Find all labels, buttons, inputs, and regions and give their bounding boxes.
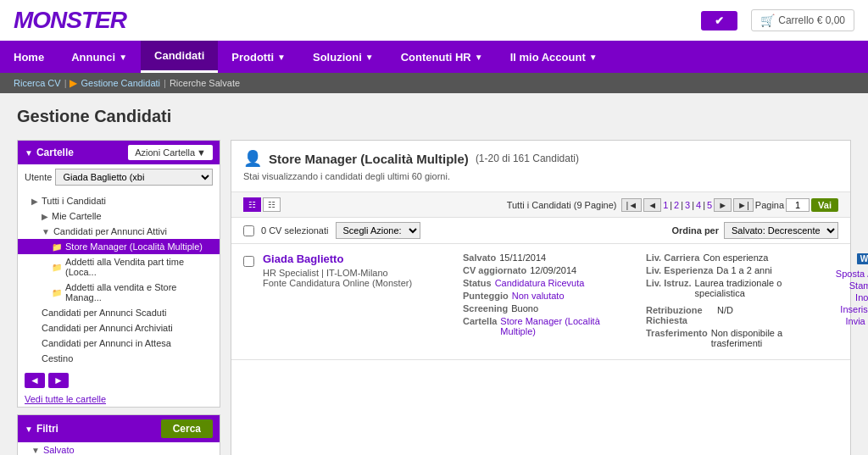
stampa-cv-link[interactable]: Stampa CV xyxy=(812,280,868,291)
candidates-icon: 👤 xyxy=(243,149,262,168)
pag-2-link[interactable]: 2 xyxy=(674,200,679,210)
filtro-salvato[interactable]: ▼ Salvato xyxy=(18,442,220,455)
content-subtitle: Stai visualizzando i candidati degli ult… xyxy=(243,171,838,181)
monster-logo: Monster xyxy=(14,7,126,34)
tutti-expand-icon: ▶ xyxy=(31,197,38,206)
list-view-icon[interactable]: ☷ xyxy=(243,197,261,212)
status-value: Candidatura Ricevuta xyxy=(495,278,585,288)
tree-store-manager[interactable]: 📁 Store Manager (Località Multiple) xyxy=(18,239,220,254)
utente-select[interactable]: Giada Baglietto (xbi xyxy=(55,169,213,186)
prodotti-arrow-icon: ▼ xyxy=(277,53,286,62)
grid-view-icon[interactable]: ☷ xyxy=(263,197,281,212)
salvato-row: Salvato 15/11/2014 xyxy=(463,252,632,263)
card-left: Giada Baglietto HR Specialist | IT-LOM-M… xyxy=(263,252,449,351)
tree-prev-button[interactable]: ◄ xyxy=(25,373,45,388)
screening-label: Screening xyxy=(463,303,508,314)
tree-next-button[interactable]: ► xyxy=(48,373,69,388)
toolbar-right: Tutti i Candidati (9 Pagine) |◄ ◄ 1 | 2 … xyxy=(507,198,838,212)
tree-label: Candidati per Annunci Archiviati xyxy=(42,323,173,333)
tree-addetti-parttime[interactable]: 📁 Addetti alla Vendita part time (Loca..… xyxy=(18,254,220,280)
blocca-link[interactable]: Blocca xyxy=(812,328,868,338)
mie-expand-icon: ▶ xyxy=(42,212,48,221)
nav-contenuti-hr[interactable]: Contenuti HR ▼ xyxy=(387,42,497,72)
liv-carriera-row: Liv. Carriera Con esperienza xyxy=(646,252,798,263)
tree-label: Cestino xyxy=(42,353,73,363)
ordina-per-label: Ordina per xyxy=(671,225,719,236)
azioni-arrow-icon: ▼ xyxy=(197,147,206,158)
content-panel: 👤 Store Manager (Località Multiple) (1-2… xyxy=(231,140,851,455)
liv-istruz-row: Liv. Istruz. Laurea tradizionale o speci… xyxy=(646,278,798,298)
utente-label: Utente xyxy=(25,172,52,182)
candidate-name-link[interactable]: Giada Baglietto xyxy=(263,252,343,265)
pagina-label: Pagina xyxy=(755,200,784,210)
cartelle-header: ▼ Cartelle Azioni Cartella ▼ xyxy=(18,141,220,164)
punteggio-link[interactable]: Non valutato xyxy=(512,291,565,301)
pag-last-button[interactable]: ►| xyxy=(733,198,754,212)
bc-gestione-candidati[interactable]: Gestione Candidati xyxy=(81,78,160,88)
nav-annunci[interactable]: Annunci ▼ xyxy=(58,42,141,72)
status-row: Status Candidatura Ricevuta xyxy=(463,278,632,288)
tree-annunci-attivi[interactable]: ▼ Candidati per Annunci Attivi xyxy=(18,224,220,239)
page-input[interactable] xyxy=(786,198,810,212)
card-actions: W Word Sposta / Copia Stampa CV Inoltra … xyxy=(812,252,868,351)
tree-annunci-attesa[interactable]: Candidati per Annunci in Attesa xyxy=(18,336,220,351)
tree-tutti-candidati[interactable]: ▶ Tutti i Candidati xyxy=(18,193,220,208)
annunci-arrow-icon: ▼ xyxy=(119,53,127,62)
tree-cestino[interactable]: Cestino xyxy=(18,351,220,366)
breadcrumb: Ricerca CV | ▶ Gestione Candidati | Rice… xyxy=(0,73,868,93)
nav-home[interactable]: Home xyxy=(0,42,58,72)
candidate-checkbox[interactable] xyxy=(243,256,254,267)
pag-prev-button[interactable]: ◄ xyxy=(643,198,661,212)
punteggio-label: Punteggio xyxy=(463,291,509,301)
content-header: 👤 Store Manager (Località Multiple) (1-2… xyxy=(231,141,850,192)
cerca-button[interactable]: Cerca xyxy=(161,419,213,438)
bc-ricerca-cv[interactable]: Ricerca CV xyxy=(14,78,61,88)
pag-5-link[interactable]: 5 xyxy=(707,200,712,210)
sort-select[interactable]: Salvato: Decrescente xyxy=(724,222,838,239)
cartelle-section: ▼ Cartelle Azioni Cartella ▼ Utente Giad… xyxy=(17,140,220,408)
retribuzione-label: Retribuzione Richiesta xyxy=(646,305,714,325)
count-label: (1-20 di 161 Candidati) xyxy=(476,153,579,164)
liv-istruz-label: Liv. Istruz. xyxy=(646,278,692,298)
word-icon: W Word xyxy=(857,253,868,265)
fonte-label: Fonte xyxy=(263,278,287,288)
inserisci-nota-link[interactable]: Inserisci Nota xyxy=(812,304,868,314)
tree-mie-cartelle[interactable]: ▶ Mie Cartelle xyxy=(18,208,220,224)
salvato-link[interactable]: Salvato xyxy=(43,445,75,455)
all-pages-label: Tutti i Candidati (9 Pagine) xyxy=(507,200,617,210)
pag-next-button[interactable]: ► xyxy=(714,198,732,212)
toolbar-left: ☷ ☷ xyxy=(243,197,281,212)
nav-mio-account[interactable]: Il mio Account ▼ xyxy=(497,42,611,72)
nav-prodotti[interactable]: Prodotti ▼ xyxy=(218,42,299,72)
pag-1-link[interactable]: 1 xyxy=(663,200,668,210)
tree-addetti-store[interactable]: 📁 Addetti alla vendita e Store Manag... xyxy=(18,280,220,305)
tree-annunci-scaduti[interactable]: Candidati per Annunci Scaduti xyxy=(18,305,220,320)
pag-first-button[interactable]: |◄ xyxy=(621,198,642,212)
sposta-copia-link[interactable]: Sposta / Copia xyxy=(812,269,868,279)
select-all-checkbox[interactable] xyxy=(243,225,254,236)
inoltra-cv-link[interactable]: Inoltra CV xyxy=(812,292,868,302)
invia-lettera-link[interactable]: Invia Lettera xyxy=(812,316,868,326)
cv-aggiornato-label: CV aggiornato xyxy=(463,265,526,275)
pag-3-link[interactable]: 3 xyxy=(685,200,690,210)
tree-annunci-archiviati[interactable]: Candidati per Annunci Archiviati xyxy=(18,320,220,336)
nav-candidati[interactable]: Candidati xyxy=(141,41,218,73)
nav-soluzioni[interactable]: Soluzioni ▼ xyxy=(299,42,387,72)
tree-label: Candidati per Annunci in Attesa xyxy=(42,338,171,348)
vedi-tutte-link[interactable]: Vedi tutte le cartelle xyxy=(18,391,220,407)
pag-4-link[interactable]: 4 xyxy=(696,200,701,210)
vai-button[interactable]: Vai xyxy=(811,198,838,212)
view-toggle: ☷ ☷ xyxy=(243,197,281,212)
card-checkbox-area xyxy=(243,252,254,351)
azioni-cartella-button[interactable]: Azioni Cartella ▼ xyxy=(128,145,213,160)
cartella-link[interactable]: Store Manager (Località Multiple) xyxy=(500,316,599,336)
page-title: Gestione Candidati xyxy=(0,93,868,133)
card-right-info: Liv. Carriera Con esperienza Liv. Esperi… xyxy=(646,252,798,351)
contenuti-arrow-icon: ▼ xyxy=(475,53,483,62)
scegli-azione-select[interactable]: Scegli Azione: xyxy=(336,222,420,239)
main-layout: ▼ Cartelle Azioni Cartella ▼ Utente Giad… xyxy=(0,133,868,455)
status-link[interactable]: Candidatura Ricevuta xyxy=(495,278,585,288)
fonte-value: Candidatura Online (Monster) xyxy=(289,278,412,288)
cart-area[interactable]: 🛒 Carrello € 0,00 xyxy=(751,9,854,31)
cartella-label: Cartella xyxy=(463,316,497,336)
